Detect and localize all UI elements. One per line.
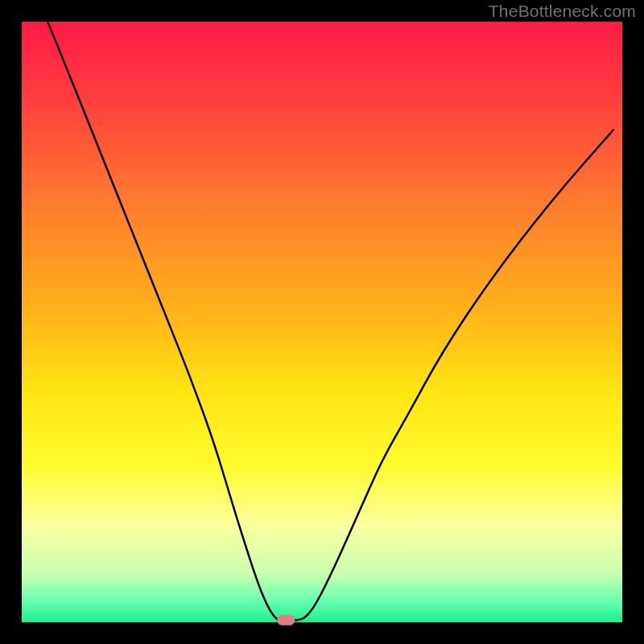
plot-background [22,22,622,622]
valley-marker [277,615,295,625]
watermark-text: TheBottleneck.com [489,2,636,21]
bottleneck-chart [0,0,644,644]
chart-container: TheBottleneck.com [0,0,644,644]
